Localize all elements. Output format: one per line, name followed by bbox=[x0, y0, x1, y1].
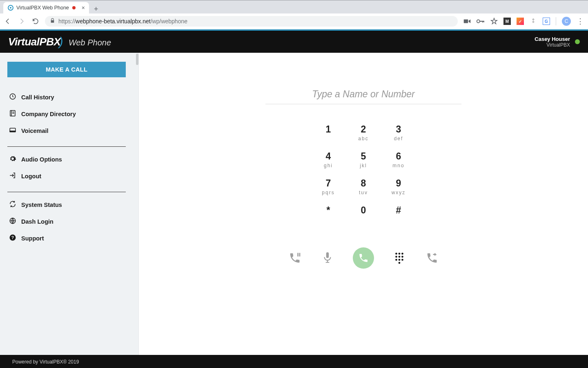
profile-avatar[interactable]: C bbox=[562, 17, 571, 26]
nav-group-b: Audio Options Logout bbox=[7, 151, 131, 184]
book-icon bbox=[9, 110, 16, 118]
sidebar-item-label: Support bbox=[21, 235, 44, 242]
app-root: VirtualPBX) Web Phone Casey Houser Virtu… bbox=[0, 29, 588, 368]
browser-tab[interactable]: VirtualPBX Web Phone × bbox=[3, 2, 89, 13]
reload-button[interactable] bbox=[32, 18, 39, 25]
key-star[interactable]: * bbox=[311, 203, 346, 230]
transfer-button[interactable] bbox=[425, 251, 439, 265]
url-box[interactable]: https://webphone-beta.virtualpbx.net/wp/… bbox=[45, 16, 458, 27]
user-name: Casey Houser bbox=[535, 36, 570, 42]
key-3[interactable]: 3def bbox=[381, 122, 416, 149]
tab-title: VirtualPBX Web Phone bbox=[16, 5, 69, 11]
svg-point-29 bbox=[401, 259, 403, 261]
extension-icon-2[interactable]: ✓ bbox=[517, 18, 524, 25]
hold-button[interactable] bbox=[287, 251, 302, 265]
sidebar-item-support[interactable]: ? Support bbox=[7, 230, 131, 247]
sidebar-item-system-status[interactable]: System Status bbox=[7, 196, 131, 213]
extension-icon-4[interactable]: G bbox=[543, 18, 550, 25]
key-icon[interactable] bbox=[477, 19, 485, 24]
sidebar-item-label: Audio Options bbox=[21, 156, 62, 163]
nav-group-a: Call History Company Directory Voicemail bbox=[7, 89, 131, 139]
new-tab-button[interactable]: + bbox=[89, 5, 103, 13]
scrollbar-thumb[interactable] bbox=[136, 54, 138, 65]
recording-indicator-icon bbox=[72, 6, 76, 9]
logout-icon bbox=[9, 172, 16, 180]
sidebar-item-label: Company Directory bbox=[21, 111, 76, 117]
address-bar: https://webphone-beta.virtualpbx.net/wp/… bbox=[0, 13, 588, 29]
sidebar-item-company-directory[interactable]: Company Directory bbox=[7, 105, 131, 122]
call-actions bbox=[287, 247, 439, 269]
forward-button[interactable] bbox=[18, 18, 25, 25]
tab-favicon-icon bbox=[7, 4, 14, 11]
app-body: MAKE A CALL Call History Company Directo… bbox=[0, 53, 588, 355]
sidebar-item-call-history[interactable]: Call History bbox=[7, 89, 131, 105]
key-6[interactable]: 6mno bbox=[381, 149, 416, 176]
sidebar-item-label: Voicemail bbox=[21, 128, 49, 134]
key-4[interactable]: 4ghi bbox=[311, 149, 346, 176]
key-9[interactable]: 9wxyz bbox=[381, 176, 416, 203]
svg-point-21 bbox=[395, 253, 397, 255]
nav-buttons bbox=[4, 18, 39, 25]
svg-point-22 bbox=[399, 253, 401, 255]
sync-icon bbox=[9, 200, 16, 209]
main-dialer: 1 2abc 3def 4ghi 5jkl 6mno 7pqrs 8tuv 9w… bbox=[139, 53, 588, 355]
help-icon: ? bbox=[9, 234, 16, 242]
svg-point-14 bbox=[12, 158, 13, 159]
sidebar-item-label: Call History bbox=[21, 94, 54, 101]
voicemail-icon bbox=[9, 126, 16, 135]
key-5[interactable]: 5jkl bbox=[346, 149, 381, 176]
key-7[interactable]: 7pqrs bbox=[311, 176, 346, 203]
divider bbox=[7, 146, 126, 147]
extension-icon-1[interactable]: M bbox=[503, 18, 511, 25]
svg-rect-2 bbox=[464, 20, 468, 23]
sidebar: MAKE A CALL Call History Company Directo… bbox=[0, 53, 139, 355]
svg-rect-4 bbox=[480, 21, 484, 22]
key-0[interactable]: 0 bbox=[346, 203, 381, 230]
clock-icon bbox=[9, 93, 16, 101]
svg-point-26 bbox=[401, 256, 403, 258]
keypad: 1 2abc 3def 4ghi 5jkl 6mno 7pqrs 8tuv 9w… bbox=[311, 122, 416, 230]
dial-input[interactable] bbox=[265, 85, 461, 104]
star-icon[interactable] bbox=[490, 18, 498, 25]
sidebar-item-logout[interactable]: Logout bbox=[7, 168, 131, 184]
sidebar-item-label: Dash Login bbox=[21, 218, 53, 225]
user-org: VirtualPBX bbox=[535, 42, 570, 48]
call-button[interactable] bbox=[353, 247, 374, 269]
svg-point-25 bbox=[399, 256, 401, 258]
nav-group-c: System Status Dash Login ? Support bbox=[7, 196, 131, 247]
sidebar-item-dash-login[interactable]: Dash Login bbox=[7, 213, 131, 230]
svg-point-24 bbox=[395, 256, 397, 258]
key-1[interactable]: 1 bbox=[311, 122, 346, 149]
tab-bar: VirtualPBX Web Phone × + bbox=[0, 0, 588, 13]
browser-menu-icon[interactable]: ⋮ bbox=[577, 17, 584, 26]
brand-swoosh-icon: ) bbox=[59, 35, 63, 49]
back-button[interactable] bbox=[4, 18, 11, 25]
svg-rect-20 bbox=[326, 252, 329, 258]
key-2[interactable]: 2abc bbox=[346, 122, 381, 149]
svg-point-28 bbox=[399, 259, 401, 261]
app-header: VirtualPBX) Web Phone Casey Houser Virtu… bbox=[0, 31, 588, 53]
sidebar-item-audio-options[interactable]: Audio Options bbox=[7, 151, 131, 168]
svg-point-30 bbox=[399, 262, 401, 264]
key-hash[interactable]: # bbox=[381, 203, 416, 230]
globe-icon bbox=[9, 217, 16, 226]
presence-indicator-icon bbox=[575, 39, 580, 44]
sidebar-item-voicemail[interactable]: Voicemail bbox=[7, 122, 131, 139]
svg-rect-19 bbox=[299, 253, 301, 257]
camera-icon[interactable] bbox=[463, 18, 471, 24]
key-8[interactable]: 8tuv bbox=[346, 176, 381, 203]
svg-rect-18 bbox=[297, 253, 298, 257]
url-text: https://webphone-beta.virtualpbx.net/wp/… bbox=[58, 18, 187, 25]
extension-icon-3[interactable] bbox=[530, 18, 537, 25]
user-block[interactable]: Casey Houser VirtualPBX bbox=[535, 36, 580, 48]
dialpad-toggle-button[interactable] bbox=[392, 251, 407, 265]
brand: VirtualPBX) Web Phone bbox=[8, 35, 111, 49]
browser-right-icons: M ✓ G C ⋮ bbox=[463, 17, 584, 26]
make-call-button[interactable]: MAKE A CALL bbox=[7, 62, 126, 77]
mute-button[interactable] bbox=[320, 251, 335, 265]
lock-icon bbox=[50, 18, 55, 25]
tab-close-icon[interactable]: × bbox=[82, 4, 85, 11]
svg-rect-5 bbox=[482, 21, 483, 22]
svg-point-3 bbox=[477, 20, 480, 22]
sidebar-item-label: System Status bbox=[21, 202, 62, 208]
